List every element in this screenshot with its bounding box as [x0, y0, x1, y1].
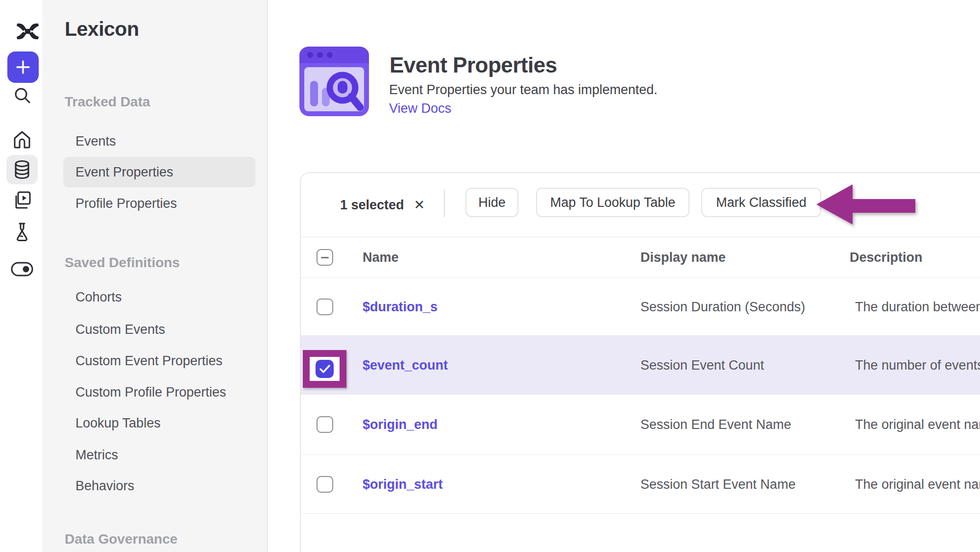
annotation-highlight-box [303, 350, 346, 388]
mixpanel-logo-icon[interactable] [16, 23, 39, 40]
feature-toggle-icon[interactable] [11, 262, 33, 276]
sidebar-item-event-properties[interactable]: Event Properties [75, 165, 173, 180]
sidebar-title: Lexicon [65, 18, 139, 41]
display-name-cell: Session Start Event Name [640, 477, 796, 492]
clear-selection-icon[interactable]: ✕ [414, 199, 425, 212]
hide-button[interactable]: Hide [466, 188, 518, 217]
data-management-selected-pill[interactable] [6, 155, 38, 184]
sidebar-item-custom-events[interactable]: Custom Events [75, 322, 165, 337]
section-tracked-data: Tracked Data [65, 94, 150, 110]
property-name-link[interactable]: $origin_end [363, 417, 438, 432]
sidebar-item-cohorts[interactable]: Cohorts [75, 290, 122, 305]
selected-count-label: 1 selected [340, 198, 404, 213]
display-name-cell: Session Duration (Seconds) [640, 299, 805, 314]
page-title: Event Properties [390, 53, 557, 77]
row-checkbox[interactable] [317, 299, 333, 315]
column-header-display-name[interactable]: Display name [640, 250, 726, 265]
toolbar-divider [444, 190, 445, 217]
section-data-governance: Data Governance [65, 531, 177, 547]
description-cell: The original event name [855, 477, 980, 492]
database-icon [13, 160, 31, 179]
event-properties-illustration-icon [299, 47, 369, 116]
selection-summary: 1 selected ✕ [340, 173, 425, 237]
plus-icon [15, 59, 31, 75]
column-header-description[interactable]: Description [850, 250, 923, 265]
indeterminate-minus-icon [321, 257, 329, 258]
description-cell: The original event name [855, 417, 980, 432]
sidebar-item-custom-event-properties[interactable]: Custom Event Properties [75, 353, 222, 369]
table-row-empty [301, 514, 980, 552]
property-name-link[interactable]: $event_count [363, 357, 448, 373]
annotation-highlight-inner [310, 357, 340, 381]
map-to-lookup-table-button[interactable]: Map To Lookup Table [536, 188, 689, 217]
table-row[interactable]: $duration_s Session Duration (Seconds) T… [301, 278, 980, 336]
sidebar-item-custom-profile-properties[interactable]: Custom Profile Properties [75, 385, 226, 400]
create-new-button[interactable] [7, 51, 39, 83]
sidebar-item-lookup-tables[interactable]: Lookup Tables [75, 416, 161, 431]
boards-icon[interactable] [12, 190, 32, 210]
display-name-cell: Session Event Count [640, 357, 764, 373]
home-icon[interactable] [12, 130, 32, 150]
description-cell: The duration between [855, 299, 980, 314]
experiments-flask-icon[interactable] [12, 222, 32, 242]
sidebar-item-profile-properties[interactable]: Profile Properties [75, 196, 177, 211]
display-name-cell: Session End Event Name [640, 417, 791, 432]
sidebar-item-events[interactable]: Events [75, 134, 116, 149]
row-checkbox[interactable] [317, 476, 333, 493]
mark-classified-button[interactable]: Mark Classified [701, 188, 821, 217]
lexicon-sidebar: Lexicon Tracked Data Events Event Proper… [42, 0, 268, 552]
event-properties-table-card: 1 selected ✕ Hide Map To Lookup Table Ma… [300, 172, 980, 552]
property-name-link[interactable]: $origin_start [363, 477, 443, 492]
section-saved-definitions: Saved Definitions [65, 255, 180, 271]
table-row-selected[interactable]: $event_count Session Event Count The num… [301, 336, 980, 395]
table-header-row: Name Display name Description [301, 237, 980, 278]
sidebar-item-metrics[interactable]: Metrics [75, 448, 118, 463]
row-checkbox-checked[interactable] [316, 360, 334, 378]
property-name-link[interactable]: $duration_s [363, 299, 438, 314]
icon-rail [0, 0, 43, 552]
lexicon-event-properties-screen: Lexicon Tracked Data Events Event Proper… [0, 0, 980, 552]
select-all-checkbox[interactable] [317, 249, 333, 266]
column-header-name[interactable]: Name [363, 250, 399, 265]
view-docs-link[interactable]: View Docs [389, 101, 451, 116]
search-icon[interactable] [13, 86, 32, 105]
table-row[interactable]: $origin_start Session Start Event Name T… [301, 455, 980, 514]
checkmark-icon [319, 365, 330, 374]
sidebar-item-behaviors[interactable]: Behaviors [75, 478, 134, 494]
page-subtitle: Event Properties your team has implement… [389, 82, 658, 98]
row-checkbox[interactable] [317, 416, 333, 433]
description-cell: The number of events [855, 357, 980, 373]
table-row[interactable]: $origin_end Session End Event Name The o… [301, 395, 980, 455]
